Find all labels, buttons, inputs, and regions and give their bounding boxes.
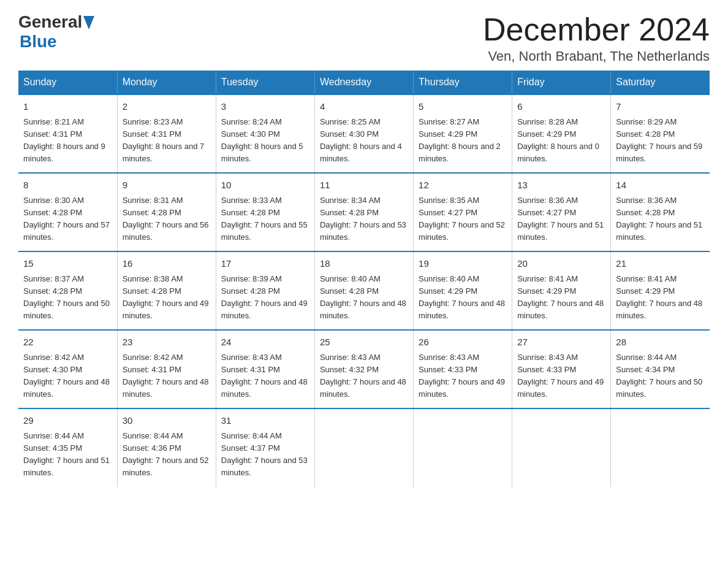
day-number: 7 bbox=[616, 100, 705, 114]
day-number: 24 bbox=[221, 335, 309, 350]
calendar-cell: 18Sunrise: 8:40 AMSunset: 4:28 PMDayligh… bbox=[314, 251, 413, 330]
day-number: 5 bbox=[419, 100, 507, 114]
day-info: Sunrise: 8:28 AMSunset: 4:29 PMDaylight:… bbox=[517, 116, 605, 166]
logo-general: General bbox=[18, 12, 82, 32]
day-info: Sunrise: 8:44 AMSunset: 4:34 PMDaylight:… bbox=[616, 351, 705, 401]
day-info: Sunrise: 8:21 AMSunset: 4:31 PMDaylight:… bbox=[23, 116, 112, 166]
calendar-table: SundayMondayTuesdayWednesdayThursdayFrid… bbox=[18, 71, 710, 486]
calendar-cell: 5Sunrise: 8:27 AMSunset: 4:29 PMDaylight… bbox=[414, 94, 512, 173]
day-number: 2 bbox=[123, 100, 211, 114]
day-number: 31 bbox=[221, 414, 309, 428]
day-info: Sunrise: 8:25 AMSunset: 4:30 PMDaylight:… bbox=[320, 116, 408, 166]
calendar-cell: 27Sunrise: 8:43 AMSunset: 4:33 PMDayligh… bbox=[512, 330, 611, 408]
day-number: 4 bbox=[320, 100, 408, 114]
page-header: General Blue December 2024 Ven, North Br… bbox=[18, 12, 710, 64]
calendar-cell: 29Sunrise: 8:44 AMSunset: 4:35 PMDayligh… bbox=[18, 408, 117, 486]
day-info: Sunrise: 8:30 AMSunset: 4:28 PMDaylight:… bbox=[23, 194, 112, 244]
day-number: 6 bbox=[517, 100, 605, 114]
day-info: Sunrise: 8:44 AMSunset: 4:35 PMDaylight:… bbox=[23, 430, 112, 480]
day-info: Sunrise: 8:33 AMSunset: 4:28 PMDaylight:… bbox=[221, 194, 309, 244]
day-info: Sunrise: 8:36 AMSunset: 4:28 PMDaylight:… bbox=[616, 194, 705, 244]
day-info: Sunrise: 8:43 AMSunset: 4:32 PMDaylight:… bbox=[320, 351, 408, 401]
calendar-cell: 20Sunrise: 8:41 AMSunset: 4:29 PMDayligh… bbox=[512, 251, 611, 330]
day-number: 9 bbox=[123, 178, 211, 193]
calendar-cell: 1Sunrise: 8:21 AMSunset: 4:31 PMDaylight… bbox=[18, 94, 117, 173]
day-number: 8 bbox=[23, 178, 112, 193]
calendar-cell: 3Sunrise: 8:24 AMSunset: 4:30 PMDaylight… bbox=[216, 94, 314, 173]
day-number: 12 bbox=[419, 178, 507, 193]
day-number: 29 bbox=[23, 414, 112, 428]
svg-marker-0 bbox=[83, 16, 94, 29]
calendar-cell: 7Sunrise: 8:29 AMSunset: 4:28 PMDaylight… bbox=[611, 94, 710, 173]
calendar-header-friday: Friday bbox=[512, 71, 611, 94]
calendar-week-2: 8Sunrise: 8:30 AMSunset: 4:28 PMDaylight… bbox=[18, 173, 710, 251]
day-info: Sunrise: 8:43 AMSunset: 4:31 PMDaylight:… bbox=[221, 351, 309, 401]
day-number: 18 bbox=[320, 257, 408, 271]
month-title: December 2024 bbox=[483, 12, 710, 47]
day-number: 30 bbox=[123, 414, 211, 428]
calendar-cell: 2Sunrise: 8:23 AMSunset: 4:31 PMDaylight… bbox=[117, 94, 216, 173]
calendar-cell: 23Sunrise: 8:42 AMSunset: 4:31 PMDayligh… bbox=[117, 330, 216, 408]
day-info: Sunrise: 8:34 AMSunset: 4:28 PMDaylight:… bbox=[320, 194, 408, 244]
day-info: Sunrise: 8:31 AMSunset: 4:28 PMDaylight:… bbox=[123, 194, 211, 244]
calendar-cell: 25Sunrise: 8:43 AMSunset: 4:32 PMDayligh… bbox=[314, 330, 413, 408]
calendar-cell: 4Sunrise: 8:25 AMSunset: 4:30 PMDaylight… bbox=[314, 94, 413, 173]
day-info: Sunrise: 8:23 AMSunset: 4:31 PMDaylight:… bbox=[123, 116, 211, 166]
calendar-header-tuesday: Tuesday bbox=[216, 71, 314, 94]
day-info: Sunrise: 8:39 AMSunset: 4:28 PMDaylight:… bbox=[221, 273, 309, 323]
day-info: Sunrise: 8:42 AMSunset: 4:30 PMDaylight:… bbox=[23, 351, 112, 401]
calendar-cell: 15Sunrise: 8:37 AMSunset: 4:28 PMDayligh… bbox=[18, 251, 117, 330]
day-info: Sunrise: 8:24 AMSunset: 4:30 PMDaylight:… bbox=[221, 116, 309, 166]
day-info: Sunrise: 8:40 AMSunset: 4:28 PMDaylight:… bbox=[320, 273, 408, 323]
logo-triangle-icon bbox=[83, 16, 94, 29]
calendar-cell: 16Sunrise: 8:38 AMSunset: 4:28 PMDayligh… bbox=[117, 251, 216, 330]
day-number: 3 bbox=[221, 100, 309, 114]
calendar-header-thursday: Thursday bbox=[414, 71, 512, 94]
calendar-header-wednesday: Wednesday bbox=[314, 71, 413, 94]
calendar-header-saturday: Saturday bbox=[611, 71, 710, 94]
calendar-cell bbox=[611, 408, 710, 486]
calendar-cell: 22Sunrise: 8:42 AMSunset: 4:30 PMDayligh… bbox=[18, 330, 117, 408]
day-info: Sunrise: 8:35 AMSunset: 4:27 PMDaylight:… bbox=[419, 194, 507, 244]
day-number: 27 bbox=[517, 335, 605, 350]
title-section: December 2024 Ven, North Brabant, The Ne… bbox=[483, 12, 710, 64]
calendar-cell: 19Sunrise: 8:40 AMSunset: 4:29 PMDayligh… bbox=[414, 251, 512, 330]
calendar-cell: 14Sunrise: 8:36 AMSunset: 4:28 PMDayligh… bbox=[611, 173, 710, 251]
day-info: Sunrise: 8:44 AMSunset: 4:36 PMDaylight:… bbox=[123, 430, 211, 480]
calendar-cell bbox=[314, 408, 413, 486]
calendar-cell: 17Sunrise: 8:39 AMSunset: 4:28 PMDayligh… bbox=[216, 251, 314, 330]
calendar-cell: 11Sunrise: 8:34 AMSunset: 4:28 PMDayligh… bbox=[314, 173, 413, 251]
calendar-cell: 8Sunrise: 8:30 AMSunset: 4:28 PMDaylight… bbox=[18, 173, 117, 251]
day-number: 13 bbox=[517, 178, 605, 193]
calendar-cell: 31Sunrise: 8:44 AMSunset: 4:37 PMDayligh… bbox=[216, 408, 314, 486]
day-info: Sunrise: 8:27 AMSunset: 4:29 PMDaylight:… bbox=[419, 116, 507, 166]
calendar-cell: 26Sunrise: 8:43 AMSunset: 4:33 PMDayligh… bbox=[414, 330, 512, 408]
calendar-cell: 28Sunrise: 8:44 AMSunset: 4:34 PMDayligh… bbox=[611, 330, 710, 408]
day-info: Sunrise: 8:40 AMSunset: 4:29 PMDaylight:… bbox=[419, 273, 507, 323]
calendar-cell: 6Sunrise: 8:28 AMSunset: 4:29 PMDaylight… bbox=[512, 94, 611, 173]
calendar-cell: 9Sunrise: 8:31 AMSunset: 4:28 PMDaylight… bbox=[117, 173, 216, 251]
day-number: 26 bbox=[419, 335, 507, 350]
day-info: Sunrise: 8:41 AMSunset: 4:29 PMDaylight:… bbox=[616, 273, 705, 323]
day-info: Sunrise: 8:36 AMSunset: 4:27 PMDaylight:… bbox=[517, 194, 605, 244]
day-info: Sunrise: 8:43 AMSunset: 4:33 PMDaylight:… bbox=[517, 351, 605, 401]
day-number: 17 bbox=[221, 257, 309, 271]
calendar-cell: 10Sunrise: 8:33 AMSunset: 4:28 PMDayligh… bbox=[216, 173, 314, 251]
day-number: 21 bbox=[616, 257, 705, 271]
day-number: 15 bbox=[23, 257, 112, 271]
calendar-header-sunday: Sunday bbox=[18, 71, 117, 94]
day-number: 16 bbox=[123, 257, 211, 271]
day-number: 28 bbox=[616, 335, 705, 350]
location-subtitle: Ven, North Brabant, The Netherlands bbox=[483, 48, 710, 64]
day-number: 19 bbox=[419, 257, 507, 271]
day-number: 22 bbox=[23, 335, 112, 350]
day-number: 14 bbox=[616, 178, 705, 193]
calendar-week-5: 29Sunrise: 8:44 AMSunset: 4:35 PMDayligh… bbox=[18, 408, 710, 486]
day-info: Sunrise: 8:44 AMSunset: 4:37 PMDaylight:… bbox=[221, 430, 309, 480]
calendar-header-monday: Monday bbox=[117, 71, 216, 94]
day-info: Sunrise: 8:37 AMSunset: 4:28 PMDaylight:… bbox=[23, 273, 112, 323]
calendar-cell: 30Sunrise: 8:44 AMSunset: 4:36 PMDayligh… bbox=[117, 408, 216, 486]
calendar-week-1: 1Sunrise: 8:21 AMSunset: 4:31 PMDaylight… bbox=[18, 94, 710, 173]
day-number: 23 bbox=[123, 335, 211, 350]
day-number: 11 bbox=[320, 178, 408, 193]
